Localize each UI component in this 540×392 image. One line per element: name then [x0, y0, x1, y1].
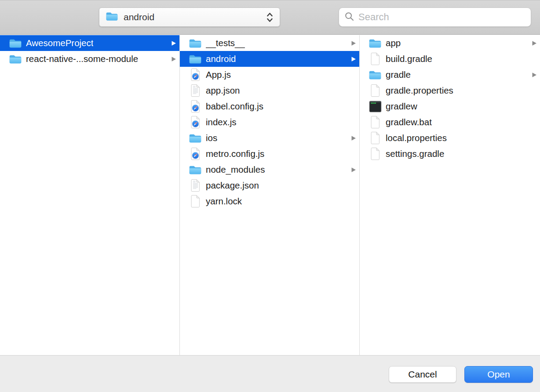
folder-row[interactable]: app — [360, 35, 540, 51]
folder-icon — [368, 38, 382, 49]
folder-row[interactable]: __tests__ — [180, 35, 359, 51]
file-row[interactable]: package.json — [180, 178, 359, 193]
blank-file-icon — [368, 147, 382, 160]
blank-file-icon — [368, 84, 382, 97]
file-label: babel.config.js — [206, 101, 263, 112]
chevron-up-down-icon — [266, 11, 274, 23]
file-label: AwesomeProject — [26, 38, 93, 48]
js-file-icon — [188, 147, 202, 160]
blank-file-icon — [188, 195, 202, 208]
disclosure-triangle-icon — [351, 56, 356, 62]
js-file-icon — [188, 116, 202, 129]
file-label: react-native-...some-module — [26, 54, 138, 64]
file-label: local.properties — [386, 133, 447, 143]
file-row[interactable]: yarn.lock — [180, 193, 359, 209]
folder-icon — [188, 133, 202, 144]
folder-row[interactable]: ios — [180, 130, 359, 146]
file-label: gradle.properties — [386, 85, 453, 96]
location-dropdown-label: android — [124, 12, 154, 22]
column-3: appbuild.gradlegradlegradle.propertiesgr… — [360, 35, 540, 355]
column-2: __tests__androidApp.jsapp.jsonbabel.conf… — [180, 35, 359, 355]
folder-icon — [8, 38, 22, 49]
search-icon — [345, 12, 354, 23]
folder-row[interactable]: gradle — [360, 67, 540, 83]
folder-icon — [188, 164, 202, 175]
blank-file-icon — [368, 131, 382, 145]
js-file-icon — [188, 68, 202, 81]
text-file-icon — [188, 179, 202, 192]
file-browser: AwesomeProjectreact-native-...some-modul… — [0, 35, 540, 355]
folder-row[interactable]: android — [180, 51, 359, 67]
file-label: android — [206, 54, 236, 64]
search-input[interactable] — [358, 11, 517, 23]
disclosure-triangle-icon — [351, 40, 356, 46]
file-row[interactable]: gradlew.bat — [360, 114, 540, 130]
folder-icon — [8, 54, 22, 65]
location-dropdown[interactable]: android — [99, 7, 280, 27]
file-row[interactable]: babel.config.js — [180, 98, 359, 114]
cancel-button[interactable]: Cancel — [389, 366, 456, 383]
disclosure-triangle-icon — [351, 167, 356, 173]
disclosure-triangle-icon — [171, 40, 176, 46]
text-file-icon — [188, 84, 202, 97]
disclosure-triangle-icon — [532, 72, 537, 78]
file-row[interactable]: metro.config.js — [180, 146, 359, 162]
column-1: AwesomeProjectreact-native-...some-modul… — [0, 35, 179, 355]
folder-icon — [188, 38, 202, 49]
disclosure-triangle-icon — [351, 135, 356, 141]
file-label: gradlew — [386, 101, 417, 112]
folder-icon — [188, 54, 202, 65]
folder-icon — [368, 69, 382, 80]
folder-row[interactable]: node_modules — [180, 162, 359, 178]
dialog-footer: Cancel Open — [0, 355, 540, 392]
executable-icon — [368, 101, 382, 113]
disclosure-triangle-icon — [171, 56, 176, 62]
search-field[interactable] — [339, 7, 531, 27]
file-label: ios — [206, 133, 217, 143]
file-label: app.json — [206, 85, 240, 96]
file-row[interactable]: index.js — [180, 114, 359, 130]
disclosure-triangle-icon — [532, 40, 537, 46]
file-label: app — [386, 38, 401, 48]
file-row[interactable]: settings.gradle — [360, 146, 540, 162]
folder-icon — [106, 11, 118, 23]
file-row[interactable]: build.gradle — [360, 51, 540, 67]
blank-file-icon — [368, 116, 382, 129]
blank-file-icon — [368, 52, 382, 65]
dialog-toolbar: android — [0, 0, 540, 35]
file-row[interactable]: app.json — [180, 83, 359, 98]
file-label: __tests__ — [206, 38, 245, 48]
file-label: gradle — [386, 69, 411, 80]
file-row[interactable]: App.js — [180, 67, 359, 83]
file-row[interactable]: gradlew — [360, 98, 540, 114]
open-button[interactable]: Open — [464, 366, 533, 383]
file-label: settings.gradle — [386, 149, 444, 159]
js-file-icon — [188, 100, 202, 113]
file-row[interactable]: gradle.properties — [360, 83, 540, 98]
file-label: metro.config.js — [206, 149, 264, 159]
file-row[interactable]: local.properties — [360, 130, 540, 146]
file-label: gradlew.bat — [386, 117, 432, 127]
file-label: index.js — [206, 117, 237, 127]
folder-row[interactable]: AwesomeProject — [0, 35, 179, 51]
file-label: package.json — [206, 180, 259, 191]
file-label: yarn.lock — [206, 196, 242, 207]
open-file-dialog: android AwesomeProjectreact-native-...so… — [0, 0, 540, 392]
folder-row[interactable]: react-native-...some-module — [0, 51, 179, 67]
file-label: build.gradle — [386, 54, 432, 64]
file-label: App.js — [206, 69, 231, 80]
file-label: node_modules — [206, 164, 265, 175]
